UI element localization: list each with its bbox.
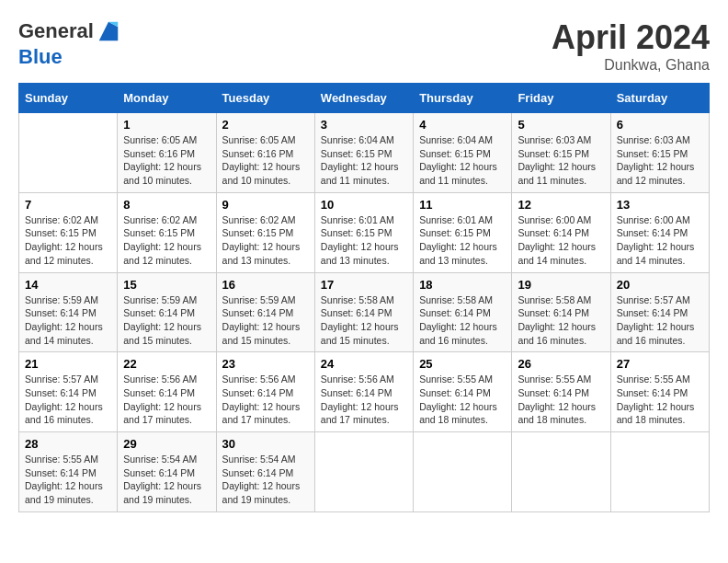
day-info: Sunrise: 5:59 AM Sunset: 6:14 PM Dayligh… bbox=[123, 293, 210, 348]
day-cell: 4Sunrise: 6:04 AM Sunset: 6:15 PM Daylig… bbox=[414, 113, 512, 193]
day-cell bbox=[314, 432, 413, 512]
day-number: 9 bbox=[222, 198, 309, 212]
week-row-2: 7Sunrise: 6:02 AM Sunset: 6:15 PM Daylig… bbox=[19, 192, 710, 272]
col-header-tuesday: Tuesday bbox=[216, 84, 314, 113]
day-info: Sunrise: 5:55 AM Sunset: 6:14 PM Dayligh… bbox=[25, 453, 111, 507]
day-info: Sunrise: 6:00 AM Sunset: 6:14 PM Dayligh… bbox=[518, 213, 604, 268]
day-info: Sunrise: 6:01 AM Sunset: 6:15 PM Dayligh… bbox=[321, 213, 407, 268]
col-header-saturday: Saturday bbox=[610, 84, 709, 113]
day-cell: 18Sunrise: 5:58 AM Sunset: 6:14 PM Dayli… bbox=[414, 272, 512, 352]
day-info: Sunrise: 5:58 AM Sunset: 6:14 PM Dayligh… bbox=[419, 293, 506, 348]
day-info: Sunrise: 6:04 AM Sunset: 6:15 PM Dayligh… bbox=[419, 133, 506, 188]
day-cell: 11Sunrise: 6:01 AM Sunset: 6:15 PM Dayli… bbox=[414, 192, 512, 272]
day-cell: 29Sunrise: 5:54 AM Sunset: 6:14 PM Dayli… bbox=[118, 432, 216, 512]
day-cell: 14Sunrise: 5:59 AM Sunset: 6:14 PM Dayli… bbox=[19, 272, 118, 352]
day-info: Sunrise: 5:57 AM Sunset: 6:14 PM Dayligh… bbox=[617, 293, 703, 348]
col-header-wednesday: Wednesday bbox=[314, 84, 413, 113]
day-cell: 10Sunrise: 6:01 AM Sunset: 6:15 PM Dayli… bbox=[314, 192, 413, 272]
day-number: 22 bbox=[123, 357, 210, 371]
day-number: 17 bbox=[321, 278, 407, 292]
day-number: 27 bbox=[617, 357, 703, 371]
day-info: Sunrise: 5:57 AM Sunset: 6:14 PM Dayligh… bbox=[25, 373, 111, 427]
day-info: Sunrise: 5:56 AM Sunset: 6:14 PM Dayligh… bbox=[123, 373, 210, 427]
day-number: 5 bbox=[518, 118, 604, 132]
day-info: Sunrise: 6:03 AM Sunset: 6:15 PM Dayligh… bbox=[617, 133, 703, 188]
day-info: Sunrise: 5:56 AM Sunset: 6:14 PM Dayligh… bbox=[321, 373, 407, 427]
day-cell: 19Sunrise: 5:58 AM Sunset: 6:14 PM Dayli… bbox=[512, 272, 610, 352]
header-row: SundayMondayTuesdayWednesdayThursdayFrid… bbox=[19, 84, 710, 113]
title-block: April 2024 Dunkwa, Ghana bbox=[552, 18, 710, 74]
week-row-1: 1Sunrise: 6:05 AM Sunset: 6:16 PM Daylig… bbox=[19, 113, 710, 193]
col-header-thursday: Thursday bbox=[414, 84, 512, 113]
day-number: 13 bbox=[617, 198, 703, 212]
day-number: 21 bbox=[25, 357, 111, 371]
day-cell bbox=[610, 432, 709, 512]
day-number: 12 bbox=[518, 198, 604, 212]
month-year: April 2024 bbox=[552, 18, 710, 57]
day-cell: 27Sunrise: 5:55 AM Sunset: 6:14 PM Dayli… bbox=[610, 352, 709, 432]
day-info: Sunrise: 5:56 AM Sunset: 6:14 PM Dayligh… bbox=[222, 373, 309, 427]
week-row-5: 28Sunrise: 5:55 AM Sunset: 6:14 PM Dayli… bbox=[19, 432, 710, 512]
day-cell: 26Sunrise: 5:55 AM Sunset: 6:14 PM Dayli… bbox=[512, 352, 610, 432]
day-info: Sunrise: 6:04 AM Sunset: 6:15 PM Dayligh… bbox=[321, 133, 407, 188]
day-cell: 24Sunrise: 5:56 AM Sunset: 6:14 PM Dayli… bbox=[314, 352, 413, 432]
col-header-friday: Friday bbox=[512, 84, 610, 113]
day-cell: 16Sunrise: 5:59 AM Sunset: 6:14 PM Dayli… bbox=[216, 272, 314, 352]
day-cell: 28Sunrise: 5:55 AM Sunset: 6:14 PM Dayli… bbox=[19, 432, 118, 512]
week-row-3: 14Sunrise: 5:59 AM Sunset: 6:14 PM Dayli… bbox=[19, 272, 710, 352]
day-cell: 1Sunrise: 6:05 AM Sunset: 6:16 PM Daylig… bbox=[118, 113, 216, 193]
day-info: Sunrise: 6:02 AM Sunset: 6:15 PM Dayligh… bbox=[25, 213, 111, 268]
day-cell: 8Sunrise: 6:02 AM Sunset: 6:15 PM Daylig… bbox=[118, 192, 216, 272]
day-number: 6 bbox=[617, 118, 703, 132]
day-info: Sunrise: 6:05 AM Sunset: 6:16 PM Dayligh… bbox=[123, 133, 210, 188]
day-number: 26 bbox=[518, 357, 604, 371]
col-header-monday: Monday bbox=[118, 84, 216, 113]
day-number: 15 bbox=[123, 278, 210, 292]
calendar-body: 1Sunrise: 6:05 AM Sunset: 6:16 PM Daylig… bbox=[19, 113, 710, 512]
page-header: General Blue April 2024 Dunkwa, Ghana bbox=[18, 18, 710, 74]
day-cell: 12Sunrise: 6:00 AM Sunset: 6:14 PM Dayli… bbox=[512, 192, 610, 272]
day-info: Sunrise: 5:55 AM Sunset: 6:14 PM Dayligh… bbox=[617, 373, 703, 427]
day-cell: 6Sunrise: 6:03 AM Sunset: 6:15 PM Daylig… bbox=[610, 113, 709, 193]
logo-icon bbox=[96, 18, 121, 44]
day-info: Sunrise: 5:59 AM Sunset: 6:14 PM Dayligh… bbox=[222, 293, 309, 348]
day-number: 3 bbox=[321, 118, 407, 132]
day-info: Sunrise: 5:55 AM Sunset: 6:14 PM Dayligh… bbox=[518, 373, 604, 427]
day-cell: 13Sunrise: 6:00 AM Sunset: 6:14 PM Dayli… bbox=[610, 192, 709, 272]
day-info: Sunrise: 6:00 AM Sunset: 6:14 PM Dayligh… bbox=[617, 213, 703, 268]
day-cell: 21Sunrise: 5:57 AM Sunset: 6:14 PM Dayli… bbox=[19, 352, 118, 432]
day-number: 16 bbox=[222, 278, 309, 292]
day-number: 24 bbox=[321, 357, 407, 371]
calendar-header: SundayMondayTuesdayWednesdayThursdayFrid… bbox=[19, 84, 710, 113]
day-info: Sunrise: 6:02 AM Sunset: 6:15 PM Dayligh… bbox=[222, 213, 309, 268]
day-cell: 2Sunrise: 6:05 AM Sunset: 6:16 PM Daylig… bbox=[216, 113, 314, 193]
day-cell: 9Sunrise: 6:02 AM Sunset: 6:15 PM Daylig… bbox=[216, 192, 314, 272]
day-cell: 22Sunrise: 5:56 AM Sunset: 6:14 PM Dayli… bbox=[118, 352, 216, 432]
day-cell bbox=[512, 432, 610, 512]
location: Dunkwa, Ghana bbox=[552, 57, 710, 74]
day-info: Sunrise: 6:02 AM Sunset: 6:15 PM Dayligh… bbox=[123, 213, 210, 268]
day-info: Sunrise: 6:05 AM Sunset: 6:16 PM Dayligh… bbox=[222, 133, 309, 188]
day-number: 7 bbox=[25, 198, 111, 212]
day-number: 28 bbox=[25, 437, 111, 451]
day-cell: 20Sunrise: 5:57 AM Sunset: 6:14 PM Dayli… bbox=[610, 272, 709, 352]
day-info: Sunrise: 5:55 AM Sunset: 6:14 PM Dayligh… bbox=[419, 373, 506, 427]
day-cell: 30Sunrise: 5:54 AM Sunset: 6:14 PM Dayli… bbox=[216, 432, 314, 512]
day-number: 14 bbox=[25, 278, 111, 292]
day-number: 23 bbox=[222, 357, 309, 371]
day-cell: 17Sunrise: 5:58 AM Sunset: 6:14 PM Dayli… bbox=[314, 272, 413, 352]
day-number: 18 bbox=[419, 278, 506, 292]
calendar-table: SundayMondayTuesdayWednesdayThursdayFrid… bbox=[18, 83, 710, 512]
day-cell bbox=[414, 432, 512, 512]
day-cell: 7Sunrise: 6:02 AM Sunset: 6:15 PM Daylig… bbox=[19, 192, 118, 272]
day-info: Sunrise: 5:59 AM Sunset: 6:14 PM Dayligh… bbox=[25, 293, 111, 348]
day-number: 30 bbox=[222, 437, 309, 451]
day-info: Sunrise: 5:58 AM Sunset: 6:14 PM Dayligh… bbox=[518, 293, 604, 348]
day-number: 8 bbox=[123, 198, 210, 212]
day-number: 11 bbox=[419, 198, 506, 212]
day-cell: 25Sunrise: 5:55 AM Sunset: 6:14 PM Dayli… bbox=[414, 352, 512, 432]
week-row-4: 21Sunrise: 5:57 AM Sunset: 6:14 PM Dayli… bbox=[19, 352, 710, 432]
day-number: 25 bbox=[419, 357, 506, 371]
day-number: 4 bbox=[419, 118, 506, 132]
day-cell: 3Sunrise: 6:04 AM Sunset: 6:15 PM Daylig… bbox=[314, 113, 413, 193]
